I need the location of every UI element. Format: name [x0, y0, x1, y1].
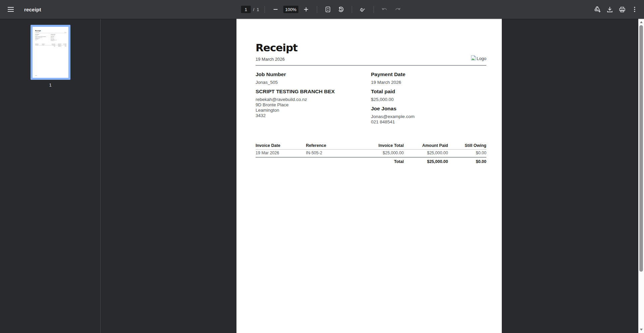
- header-divider: [256, 65, 486, 66]
- receipt-date: 19 March 2026: [35, 32, 39, 33]
- page-number-input[interactable]: [241, 6, 251, 13]
- customer-name: Joe Jonas: [51, 39, 66, 40]
- logo-alt-text: Logo: [65, 32, 66, 33]
- receipt-meta-row: 19 March 2026 Logo: [256, 55, 486, 62]
- total-label: Total: [47, 46, 55, 47]
- invoice-row: 19 Mar 2026 IN-505-2 $25,000.00 $25,000.…: [256, 150, 486, 158]
- undo-icon: [381, 7, 387, 12]
- job-details-column: Job Number Jonas_505 SCRIPT TESTING BRAN…: [256, 71, 371, 125]
- invoice-table: Invoice Date Reference Invoice Total Amo…: [35, 44, 66, 47]
- zoom-out-button[interactable]: [270, 4, 281, 15]
- logo-broken-image: Logo: [471, 55, 486, 62]
- col-still-owing: Still Owing: [448, 143, 486, 150]
- pdf-viewer-toolbar: receipt / 1 100%: [0, 0, 644, 19]
- print-button[interactable]: [617, 4, 628, 15]
- zoom-in-icon: [304, 7, 308, 12]
- toolbar-right: [592, 4, 644, 15]
- pdf-document-content: Receipt 19 March 2026 Logo: [33, 27, 68, 77]
- toolbar-left: receipt: [0, 4, 101, 15]
- col-invoice-total: Invoice Total: [346, 143, 404, 150]
- amount-paid-cell: $25,000.00: [404, 150, 448, 158]
- undo-button[interactable]: [379, 4, 390, 15]
- toolbar-divider: [352, 6, 352, 13]
- total-label: Total: [346, 157, 404, 166]
- scroll-down-icon: [640, 329, 643, 331]
- invoice-total-row: Total $25,000.00 $0.00: [35, 46, 66, 47]
- customer-contact-line: 021 848541: [51, 41, 66, 41]
- toolbar-divider: [264, 6, 265, 13]
- company-name: SCRIPT TESTING BRANCH BEX: [256, 88, 371, 95]
- address-line: Leamington: [256, 108, 371, 113]
- zoom-out-icon: [273, 7, 278, 12]
- receipt-date: 19 March 2026: [256, 57, 285, 62]
- invoice-table: Invoice Date Reference Invoice Total Amo…: [256, 143, 486, 166]
- receipt-details: Job Number Jonas_505 SCRIPT TESTING BRAN…: [35, 34, 66, 41]
- total-amount-paid: $25,000.00: [404, 157, 448, 166]
- address-line: 3432: [256, 113, 371, 118]
- zoom-in-button[interactable]: [301, 4, 311, 15]
- fit-page-button[interactable]: [322, 4, 333, 15]
- invoice-table-header-row: Invoice Date Reference Invoice Total Amo…: [256, 143, 486, 150]
- annotate-button[interactable]: [357, 4, 368, 15]
- invoice-date-cell: 19 Mar 2026: [256, 150, 306, 158]
- page-separator: /: [253, 7, 255, 12]
- page-count: 1: [257, 7, 259, 12]
- more-options-button[interactable]: [629, 4, 640, 15]
- thumbnail-sidebar: Receipt 19 March 2026 Logo: [0, 19, 101, 333]
- redo-button[interactable]: [392, 4, 403, 15]
- invoice-total-row: Total $25,000.00 $0.00: [256, 157, 486, 166]
- rotate-ccw-icon: [338, 6, 344, 13]
- scrollbar-thumb[interactable]: [639, 25, 643, 272]
- job-number-label: Job Number: [256, 71, 371, 77]
- pdf-page[interactable]: Receipt 19 March 2026 Logo: [236, 19, 502, 333]
- download-button[interactable]: [604, 4, 615, 15]
- invoice-total-cell: $25,000.00: [346, 150, 404, 158]
- still-owing-cell: $0.00: [448, 150, 486, 158]
- menu-button[interactable]: [5, 4, 16, 15]
- address-line: 9D Bronte Place: [256, 102, 371, 108]
- total-amount-paid: $25,000.00: [55, 46, 61, 47]
- toolbar-divider: [317, 6, 317, 13]
- payment-date-label: Payment Date: [371, 71, 486, 77]
- col-amount-paid: Amount Paid: [404, 143, 448, 150]
- broken-image-icon: [471, 55, 476, 62]
- thumbnail-page-preview: Receipt 19 March 2026 Logo: [33, 27, 68, 78]
- scroll-down-button[interactable]: [638, 327, 644, 332]
- total-paid-value: $25,000.00: [51, 38, 66, 38]
- document-title: receipt: [24, 7, 41, 12]
- job-number-value: Jonas_505: [256, 80, 371, 85]
- save-to-drive-button[interactable]: [592, 4, 603, 15]
- logo-broken-image: Logo: [64, 32, 66, 33]
- company-name: SCRIPT TESTING BRANCH BEX: [35, 36, 51, 37]
- payment-details-column: Payment Date 19 March 2026 Total paid $2…: [51, 34, 66, 41]
- total-still-owing: $0.00: [61, 46, 66, 47]
- job-details-column: Job Number Jonas_505 SCRIPT TESTING BRAN…: [35, 34, 51, 41]
- total-paid-label: Total paid: [371, 88, 486, 95]
- more-options-icon: [634, 7, 635, 12]
- receipt-title: Receipt: [35, 30, 66, 32]
- vertical-scrollbar[interactable]: [638, 19, 644, 333]
- address-line: 3432: [35, 40, 51, 40]
- payment-date-label: Payment Date: [51, 34, 66, 35]
- pdf-document-content: Receipt 19 March 2026 Logo: [236, 19, 502, 333]
- reference-cell: IN-505-2: [306, 150, 346, 158]
- scroll-up-icon: [640, 21, 643, 23]
- payment-date-value: 19 March 2026: [51, 35, 66, 36]
- toolbar-divider: [373, 6, 374, 13]
- thumbnail-mini-doc: Receipt 19 March 2026 Logo: [33, 27, 37, 77]
- rotate-ccw-button[interactable]: [335, 4, 346, 15]
- col-reference: Reference: [306, 143, 346, 150]
- page-thumbnail-selected[interactable]: Receipt 19 March 2026 Logo: [31, 25, 70, 80]
- company-email: rebekah@ravebuild.co.nz: [256, 97, 371, 102]
- customer-contact-line: 021 848541: [371, 119, 486, 125]
- pdf-viewport: Receipt 19 March 2026 Logo: [101, 19, 638, 333]
- job-number-label: Job Number: [35, 34, 51, 35]
- receipt-meta-row: 19 March 2026 Logo: [35, 32, 66, 33]
- zoom-level-display[interactable]: 100%: [283, 6, 298, 13]
- logo-alt-text: Logo: [477, 56, 486, 61]
- menu-icon: [8, 7, 14, 12]
- scroll-up-button[interactable]: [638, 19, 644, 25]
- annotate-icon: [359, 6, 366, 12]
- total-still-owing: $0.00: [448, 157, 486, 166]
- fit-page-icon: [325, 6, 330, 12]
